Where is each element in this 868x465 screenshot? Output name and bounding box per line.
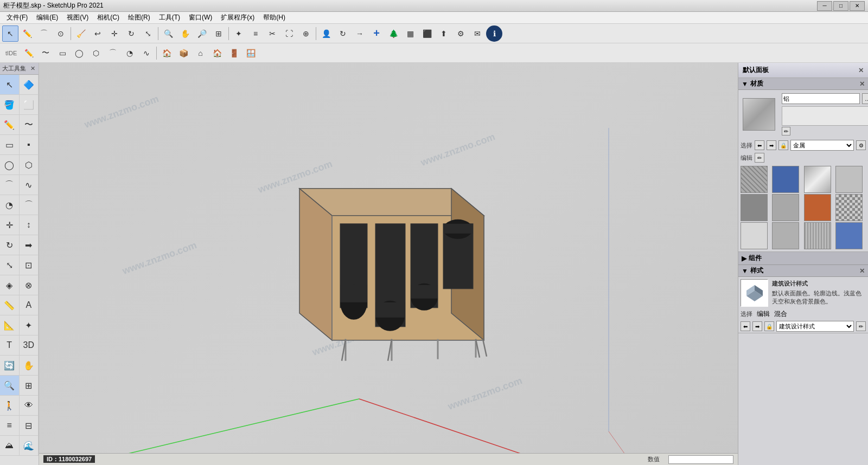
zoom-btn[interactable]: 🔎 <box>194 25 210 42</box>
styles-header[interactable]: ▼ 样式 ✕ <box>738 265 868 277</box>
tool-more1[interactable]: ⛶ <box>281 25 297 42</box>
settings-small-btn[interactable]: ⚙ <box>856 140 866 150</box>
mat-cell-5[interactable] <box>741 194 768 221</box>
style-category-select[interactable]: 建筑设计样式 <box>776 321 854 332</box>
tool-texture[interactable]: ▦ <box>402 25 418 42</box>
mat-cell-4[interactable] <box>835 166 863 193</box>
tb2-window[interactable]: 🪟 <box>242 45 259 61</box>
left-freehand-btn[interactable]: 〜 <box>20 115 39 134</box>
tb2-stairs[interactable]: 🏠 <box>209 45 225 61</box>
mat-cell-7[interactable] <box>804 194 831 221</box>
styles-close[interactable]: ✕ <box>859 267 865 275</box>
tool-checkerboard[interactable]: ⬛ <box>419 25 435 42</box>
left-walktrough-btn[interactable]: 🚶 <box>0 396 20 415</box>
left-sandbox-btn[interactable]: ⛰ <box>0 436 20 455</box>
left-pushpull-btn[interactable]: ↕ <box>20 215 39 235</box>
tb2-door[interactable]: 🚪 <box>226 45 242 61</box>
left-protractor-btn[interactable]: 📐 <box>0 315 20 335</box>
menu-camera[interactable]: 相机(C) <box>93 12 124 23</box>
left-3dtext-btn[interactable]: 3D <box>20 335 39 355</box>
left-tape-btn[interactable]: 📏 <box>0 295 20 315</box>
left-pencil-btn[interactable]: ✏️ <box>0 115 20 134</box>
left-select-btn[interactable]: ↖ <box>0 75 20 94</box>
edit-pencil-btn[interactable]: ✏ <box>755 153 764 163</box>
left-arc-btn[interactable]: ⌒ <box>0 175 20 195</box>
tb2-house[interactable]: ⌂ <box>192 45 208 61</box>
left-lookaround-btn[interactable]: 👁 <box>20 396 39 415</box>
menu-file[interactable]: 文件(F) <box>2 12 32 23</box>
left-polygon-btn[interactable]: ⬡ <box>20 155 39 175</box>
tool-upload[interactable]: ⬆ <box>436 25 452 42</box>
tb2-freehand[interactable]: 〜 <box>37 45 54 61</box>
tb2-pencil[interactable]: ✏️ <box>21 45 37 61</box>
tb2-polygon[interactable]: ⬡ <box>88 45 104 61</box>
left-outeroffset-btn[interactable]: ◈ <box>0 275 20 295</box>
left-arc2-btn[interactable]: ∿ <box>20 175 39 195</box>
menu-extensions[interactable]: 扩展程序(x) <box>216 12 259 23</box>
mat-cell-1[interactable] <box>741 166 768 193</box>
tb2-group[interactable]: 📦 <box>175 45 192 61</box>
mat-cell-11[interactable] <box>804 222 831 249</box>
close-button[interactable]: ✕ <box>850 1 865 11</box>
material-name-input[interactable] <box>782 93 860 104</box>
left-section-btn[interactable]: ≡ <box>0 416 20 435</box>
arc-btn[interactable]: ⌒ <box>36 25 52 42</box>
left-dimension-btn[interactable]: A <box>20 295 39 315</box>
left-sandbox2-btn[interactable]: 🌊 <box>20 436 39 455</box>
scale-btn[interactable]: ⤡ <box>140 25 156 42</box>
left-pie-btn[interactable]: ◔ <box>0 195 20 215</box>
mat-cell-2[interactable] <box>772 166 799 193</box>
left-scale-btn[interactable]: ⤡ <box>0 255 20 275</box>
category-select[interactable]: 金属 木材 玻璃 砖石 <box>790 140 854 151</box>
pencil-btn[interactable]: ✏️ <box>19 25 35 42</box>
tool-xray[interactable]: ✦ <box>231 25 247 42</box>
left-eraser-btn[interactable]: ⬜ <box>20 95 39 114</box>
left-circle-btn[interactable]: ◯ <box>0 155 20 175</box>
tool-section[interactable]: ✂ <box>264 25 280 42</box>
mat-cell-6[interactable] <box>772 194 799 221</box>
left-zoom-btn[interactable]: 🔍 <box>0 376 20 395</box>
tool-settings[interactable]: ⚙ <box>452 25 469 42</box>
menu-draw[interactable]: 绘图(R) <box>124 12 155 23</box>
tb2-component[interactable]: 🏠 <box>158 45 175 61</box>
orbit-btn[interactable]: 🔍 <box>160 25 176 42</box>
eraser-btn[interactable]: 🧹 <box>73 25 89 42</box>
viewport[interactable]: www.znzmo.com www.znzmo.com www.znzmo.co… <box>39 63 738 465</box>
mat-cell-9[interactable] <box>741 222 768 249</box>
left-rect-btn[interactable]: ▭ <box>0 135 20 154</box>
menu-help[interactable]: 帮助(H) <box>259 12 290 23</box>
mat-cell-8[interactable] <box>835 194 863 221</box>
left-followme-btn[interactable]: ➡ <box>20 235 39 255</box>
style-settings-btn[interactable]: ✏ <box>856 321 866 331</box>
move-btn[interactable]: ✛ <box>106 25 123 42</box>
zoom-extents-btn[interactable]: ⊞ <box>210 25 227 42</box>
left-bezier-btn[interactable]: ⌒ <box>20 195 39 215</box>
left-rect2-btn[interactable]: ▪ <box>20 135 39 154</box>
left-axes-btn[interactable]: ✦ <box>20 315 39 335</box>
style-lock[interactable]: 🔒 <box>764 321 774 331</box>
circle-btn[interactable]: ⊙ <box>53 25 69 42</box>
value-input[interactable] <box>668 455 733 464</box>
rotate-btn[interactable]: ↻ <box>123 25 139 42</box>
menu-edit[interactable]: 编辑(E) <box>32 12 62 23</box>
tool-add[interactable]: + <box>368 25 385 42</box>
left-section2-btn[interactable]: ⊟ <box>20 416 39 435</box>
left-pan-btn[interactable]: ✋ <box>20 356 39 375</box>
left-orbit-btn[interactable]: 🔄 <box>0 356 20 375</box>
right-panel-close[interactable]: ✕ <box>858 67 864 74</box>
menu-tools[interactable]: 工具(T) <box>155 12 184 23</box>
left-move-btn[interactable]: ✛ <box>0 215 20 235</box>
left-toolbar-close[interactable]: ✕ <box>29 65 36 73</box>
mat-cell-3[interactable] <box>804 166 831 193</box>
left-rotate-btn[interactable]: ↻ <box>0 235 20 255</box>
tool-send[interactable]: → <box>352 25 368 42</box>
left-zoomextents-btn[interactable]: ⊞ <box>20 376 39 395</box>
style-arrow-left[interactable]: ⬅ <box>741 321 750 331</box>
tb2-bezier[interactable]: ∿ <box>138 45 155 61</box>
arrow-right-btn[interactable]: ➡ <box>767 140 776 150</box>
materials-header[interactable]: ▼ 材质 ✕ <box>738 78 868 90</box>
tool-info[interactable]: ℹ <box>486 25 502 42</box>
maximize-button[interactable]: □ <box>833 1 848 11</box>
menu-view[interactable]: 视图(V) <box>62 12 93 23</box>
material-edit-pencil[interactable]: ✏ <box>782 127 790 135</box>
